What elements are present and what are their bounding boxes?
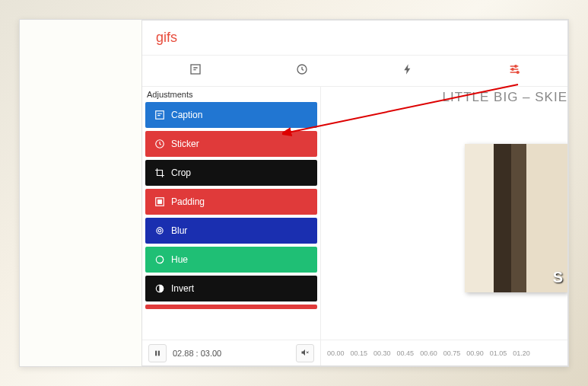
tool-tabs: [142, 56, 567, 87]
pause-icon: [154, 346, 161, 360]
playback-controls: 02.88 : 03.00: [142, 340, 321, 365]
sliders-icon: [508, 65, 520, 78]
sticker-icon: [154, 139, 165, 149]
adjustment-label: Invert: [171, 283, 194, 294]
timeline-tick: 00.75: [443, 349, 461, 357]
caption-icon: [154, 110, 165, 120]
svg-rect-14: [158, 350, 160, 356]
adjustment-label: Caption: [171, 110, 202, 120]
adjustment-label: Hue: [171, 254, 188, 265]
timeline-tick: 00.60: [420, 349, 437, 357]
timeline-tick: 00.00: [327, 349, 345, 357]
svg-point-10: [157, 228, 163, 234]
app-frame: gifs: [19, 19, 569, 367]
brand-logo: gifs: [156, 30, 554, 46]
video-title: LITTLE BIG – SKIE: [443, 90, 567, 105]
header: gifs: [142, 21, 567, 56]
timeline-tick: 01.05: [490, 349, 507, 357]
tab-timer[interactable]: [249, 56, 355, 86]
adjustments-list[interactable]: CaptionStickerCropPaddingBlurHueInvert: [142, 102, 320, 340]
editor-body: Adjustments CaptionStickerCropPaddingBlu…: [142, 87, 567, 340]
svg-point-3: [512, 69, 514, 71]
timeline-bar: 02.88 : 03.00 00.0000.1500.3000.4500.600…: [142, 340, 567, 365]
hue-icon: [154, 254, 165, 265]
padding-icon: [154, 196, 165, 207]
adjustment-label: Crop: [171, 167, 191, 178]
time-display: 02.88 : 03.00: [173, 349, 290, 358]
volume-muted-icon: [300, 346, 310, 360]
svg-rect-8: [158, 200, 162, 204]
timeline-tick: 01.20: [513, 349, 530, 357]
blur-icon: [154, 225, 165, 236]
adjustment-label: Padding: [171, 196, 205, 207]
preview-pane: LITTLE BIG – SKIE: [321, 87, 567, 340]
timeline-tick: 00.90: [466, 349, 484, 357]
svg-point-2: [515, 65, 517, 68]
svg-point-9: [158, 229, 161, 232]
adjustment-label: Blur: [171, 225, 187, 236]
sidebar: Adjustments CaptionStickerCropPaddingBlu…: [142, 87, 321, 340]
tab-caption[interactable]: [142, 56, 249, 86]
adjustment-invert[interactable]: Invert: [145, 276, 317, 301]
adjustment-sticker[interactable]: Sticker: [145, 131, 317, 157]
tab-effects[interactable]: [355, 56, 462, 86]
adjustment-hue[interactable]: Hue: [145, 247, 317, 273]
adjustment-partial[interactable]: [145, 305, 317, 309]
mute-button[interactable]: [296, 344, 314, 362]
adjustment-label: Sticker: [171, 139, 199, 149]
adjustment-blur[interactable]: Blur: [145, 218, 317, 244]
timeline-ruler[interactable]: 00.0000.1500.3000.4500.6000.7500.9001.05…: [321, 349, 567, 357]
section-label: Adjustments: [142, 87, 320, 102]
timer-icon: [296, 65, 308, 78]
adjustment-crop[interactable]: Crop: [145, 160, 317, 186]
invert-icon: [154, 283, 165, 294]
pause-button[interactable]: [148, 344, 167, 362]
tab-adjustments[interactable]: [461, 56, 567, 86]
svg-point-4: [516, 72, 519, 74]
editor-window: gifs: [141, 20, 568, 366]
crop-icon: [154, 167, 165, 178]
caption-outline-icon: [189, 65, 202, 78]
timeline-tick: 00.15: [351, 349, 368, 357]
adjustment-caption[interactable]: Caption: [145, 102, 317, 128]
timeline-tick: 00.45: [397, 349, 415, 357]
svg-rect-13: [155, 350, 157, 356]
adjustment-padding[interactable]: Padding: [145, 189, 317, 215]
timeline-tick: 00.30: [373, 349, 391, 357]
video-thumbnail[interactable]: [465, 144, 567, 292]
bolt-icon: [402, 65, 414, 78]
